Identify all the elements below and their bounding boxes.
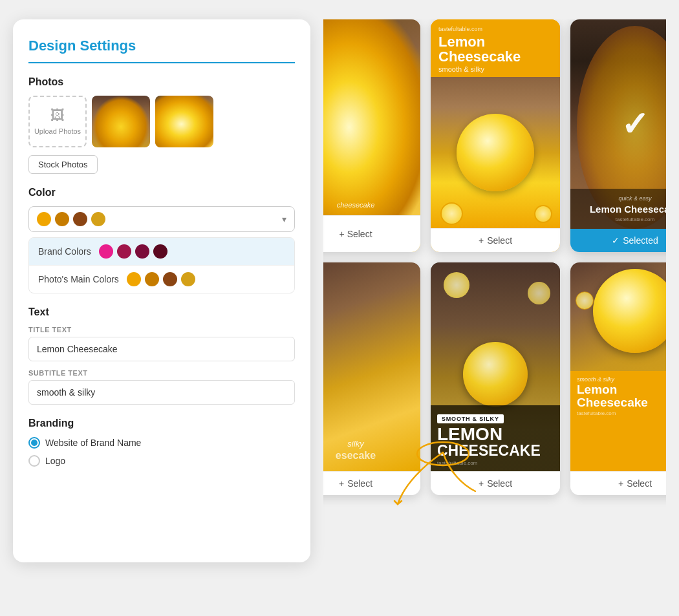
card-5-lemon-text: LEMON xyxy=(437,425,554,443)
title-field-label: TITLE TEXT xyxy=(28,326,295,334)
card-5-smooth-tag: smooth & silky xyxy=(437,414,504,423)
card-5-site: tastefulltable.com xyxy=(437,460,554,466)
photo-dot-2 xyxy=(145,272,159,286)
stock-photos-button[interactable]: Stock Photos xyxy=(28,155,98,174)
card-6-lemon-slice xyxy=(576,292,594,310)
card-5-text-overlay: smooth & silky LEMON CHEESECAKE tasteful… xyxy=(431,405,560,471)
photo-thumb-1[interactable] xyxy=(92,96,150,147)
card-5-lemon-2 xyxy=(528,282,550,304)
website-radio-button[interactable] xyxy=(28,437,40,449)
card-2-select-label: Select xyxy=(487,235,512,246)
brand-dot-3 xyxy=(135,244,149,259)
card-partial-footer: + Select xyxy=(323,215,420,252)
color-dot-2 xyxy=(55,212,69,226)
card-2-image xyxy=(431,77,560,228)
card-6-select-label: Select xyxy=(627,478,652,489)
card-3-image: ✓ quick & easy Lemon Cheesecake tasteful… xyxy=(570,19,666,229)
photo-colors-label: Photo's Main Colors xyxy=(38,274,119,284)
selected-color-dots xyxy=(37,212,105,226)
color-dot-3 xyxy=(73,212,87,226)
card-3-site: tastefultable.com xyxy=(577,217,666,222)
card-4-select-label: Select xyxy=(347,478,372,489)
branding-section-label: Branding xyxy=(28,418,295,429)
upload-label: Upload Photos xyxy=(34,127,81,136)
card-5-select-button[interactable]: + Select xyxy=(431,471,560,495)
card-2-header: tastefultable.com LemonCheesecake smooth… xyxy=(431,19,560,77)
card-3-checkmark: ✓ xyxy=(621,107,649,141)
card-2-plus-icon: + xyxy=(479,235,484,246)
color-section-label: Color xyxy=(28,187,295,198)
brand-colors-option[interactable]: Brand Colors xyxy=(29,238,294,266)
subtitle-text-input[interactable] xyxy=(28,380,295,405)
logo-radio-button[interactable] xyxy=(28,455,40,467)
card-6-yellow-band: smooth & silky Lemon Cheesecake tasteful… xyxy=(570,371,666,471)
card-2-select-button[interactable]: + Select xyxy=(431,228,560,252)
card-5-lemon-1 xyxy=(444,272,469,298)
card-3-title: Lemon Cheesecake xyxy=(577,204,666,215)
settings-panel: Design Settings Photos 🖼 Upload Photos S… xyxy=(13,19,310,562)
card-partial-image: cheesecake xyxy=(323,19,420,215)
card-3-text-area: quick & easy Lemon Cheesecake tastefulta… xyxy=(570,189,666,229)
card-4-select-button[interactable]: + Select xyxy=(323,471,420,495)
card-partial-left: cheesecake + Select xyxy=(323,19,420,252)
lemon-slice-2 xyxy=(534,205,552,223)
brand-dot-4 xyxy=(153,244,167,259)
card-5-footer: + Select xyxy=(431,471,560,495)
card-3-footer: ✓ Selected xyxy=(570,229,666,252)
card-5-cheesecake xyxy=(463,342,528,407)
card-2: tastefultable.com LemonCheesecake smooth… xyxy=(431,19,560,252)
photo-color-dots xyxy=(127,272,195,286)
logo-radio-label: Logo xyxy=(45,456,65,466)
card-5: smooth & silky LEMON CHEESECAKE tasteful… xyxy=(431,262,560,495)
card-6-select-button[interactable]: + Select xyxy=(570,471,666,495)
card-5-select-label: Select xyxy=(487,478,512,489)
subtitle-field-label: SUBTITLE TEXT xyxy=(28,369,295,377)
photo-thumb-2[interactable] xyxy=(155,96,213,147)
lemon-slice-1 xyxy=(440,202,463,225)
upload-photos-button[interactable]: 🖼 Upload Photos xyxy=(28,96,87,147)
photo-dot-3 xyxy=(163,272,177,286)
card-3-check-icon: ✓ xyxy=(612,235,620,246)
brand-colors-label: Brand Colors xyxy=(38,246,91,257)
card-2-subtitle: smooth & silky xyxy=(438,65,552,73)
card-6-footer: + Select xyxy=(570,471,666,495)
cards-row-2: silky esecake + Select xyxy=(323,262,666,495)
photos-section-label: Photos xyxy=(28,76,295,88)
card-5-cheese-text: CHEESECAKE xyxy=(437,443,554,458)
card-4-esecake: esecake xyxy=(323,450,414,462)
card-4-image: silky esecake xyxy=(323,262,420,471)
brand-dot-1 xyxy=(99,244,113,259)
panel-title: Design Settings xyxy=(28,37,295,63)
card-6-title: Lemon xyxy=(577,383,666,396)
chevron-down-icon: ▾ xyxy=(282,214,286,224)
cards-area: cheesecake + Select tastefultable.com Le… xyxy=(323,19,666,562)
card-2-footer: + Select xyxy=(431,228,560,252)
color-dropdown[interactable]: ▾ xyxy=(28,206,295,232)
photo-colors-option[interactable]: Photo's Main Colors xyxy=(29,266,294,293)
color-dot-1 xyxy=(37,212,51,226)
card-2-title: LemonCheesecake xyxy=(438,34,552,64)
card-6-plus-icon: + xyxy=(618,478,623,489)
photo-dot-4 xyxy=(181,272,195,286)
card-5-image: smooth & silky LEMON CHEESECAKE tasteful… xyxy=(431,262,560,471)
card-4-footer: + Select xyxy=(323,471,420,495)
card-3-selected-button[interactable]: ✓ Selected xyxy=(570,229,666,252)
brand-color-dots xyxy=(99,244,167,259)
logo-radio-item[interactable]: Logo xyxy=(28,455,295,467)
photo-dot-1 xyxy=(127,272,141,286)
title-text-input[interactable] xyxy=(28,337,295,361)
card-partial-subtitle: cheesecake xyxy=(323,201,414,209)
cards-row-1: cheesecake + Select tastefultable.com Le… xyxy=(323,19,666,252)
card-6-image: smooth & silky Lemon Cheesecake tasteful… xyxy=(570,262,666,471)
plus-icon: + xyxy=(339,229,344,239)
card-4-subtitle: silky xyxy=(323,439,414,449)
color-options-dropdown: Brand Colors Photo's Main Colors xyxy=(28,237,295,293)
card-4-text: silky esecake xyxy=(323,439,414,462)
card-3: ✓ quick & easy Lemon Cheesecake tasteful… xyxy=(570,19,666,252)
card-6-smooth-tag: smooth & silky xyxy=(577,376,666,383)
card-partial-select-button[interactable]: + Select xyxy=(323,222,414,246)
card-2-site: tastefultable.com xyxy=(438,26,552,32)
website-radio-item[interactable]: Website of Brand Name xyxy=(28,437,295,449)
brand-dot-2 xyxy=(117,244,131,259)
card-3-subtitle: quick & easy xyxy=(577,195,666,202)
